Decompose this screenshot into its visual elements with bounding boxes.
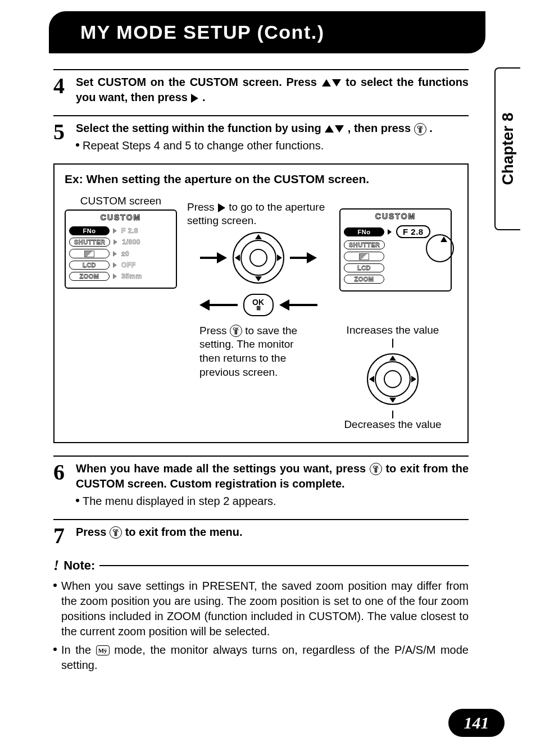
step5-sub: Repeat Steps 4 and 5 to change other fun… bbox=[83, 138, 324, 153]
arrow-left-icon bbox=[199, 299, 238, 311]
my-mode-icon: Mŷ bbox=[96, 645, 110, 655]
screen-row: SHUTTER 1/800 bbox=[69, 238, 172, 247]
chevron-right-icon bbox=[388, 229, 392, 235]
step7-text-a: Press bbox=[76, 526, 110, 538]
note-item-2b: mode, the monitor always turns on, regar… bbox=[61, 644, 469, 671]
screen-title: CUSTOM bbox=[340, 210, 451, 221]
pill-exposure bbox=[344, 252, 384, 261]
chapter-tab: Chapter 8 bbox=[494, 67, 520, 230]
exposure-flag-icon bbox=[359, 253, 369, 260]
ok-button-icon: OK≣ bbox=[414, 123, 426, 135]
step6-sub: The menu displayed in step 2 appears. bbox=[83, 494, 276, 509]
screen-row: ZOOM 35mm bbox=[69, 272, 172, 281]
increases-label: Increases the value bbox=[328, 324, 457, 336]
exposure-flag-icon bbox=[84, 251, 94, 257]
val-fno: F 2.8 bbox=[121, 227, 138, 235]
example-title: Ex: When setting the aperture on the CUS… bbox=[65, 172, 457, 186]
bullet-icon bbox=[76, 143, 79, 147]
dpad-icon bbox=[367, 353, 419, 405]
pill-exposure bbox=[69, 249, 110, 258]
page-header: MY MODE SETUP (Cont.) bbox=[49, 11, 485, 53]
chapter-tab-label: Chapter 8 bbox=[499, 112, 517, 185]
arrow-right-icon bbox=[290, 252, 317, 263]
step-number: 6 bbox=[53, 461, 69, 484]
arrow-left-icon bbox=[279, 299, 317, 311]
pill-shutter: SHUTTER bbox=[344, 240, 385, 249]
bullet-icon bbox=[76, 499, 79, 502]
page-title: MY MODE SETUP (Cont.) bbox=[80, 21, 324, 43]
val-fno-selected: F 2.8 bbox=[396, 225, 430, 238]
arrow-right-icon bbox=[200, 252, 227, 263]
ok-label: OK bbox=[252, 299, 264, 306]
step4-text-c: . bbox=[202, 91, 206, 103]
step-number: 4 bbox=[53, 75, 69, 97]
step5-text-c: . bbox=[429, 122, 433, 134]
bullet-icon bbox=[53, 648, 57, 651]
pill-zoom: ZOOM bbox=[69, 272, 110, 281]
triangle-up-icon bbox=[325, 125, 334, 133]
val-zoom: 35mm bbox=[121, 272, 142, 280]
screen-title: CUSTOM bbox=[66, 211, 176, 222]
triangle-up-icon bbox=[322, 79, 331, 86]
val-shutter: 1/800 bbox=[122, 238, 140, 246]
triangle-up-icon bbox=[440, 236, 447, 242]
step-5: 5 Select the setting within the function… bbox=[53, 115, 469, 153]
pill-zoom: ZOOM bbox=[344, 275, 384, 284]
page-number-badge: 141 bbox=[448, 709, 505, 737]
bullet-icon bbox=[53, 584, 57, 587]
pill-fno: FNo bbox=[69, 226, 110, 235]
note-exclamation-icon: ! bbox=[53, 557, 59, 574]
step4-text-a: Set CUSTOM on the CUSTOM screen. Press bbox=[76, 76, 321, 88]
screen-row: LCD bbox=[344, 263, 447, 272]
screen-row: LCD OFF bbox=[69, 261, 172, 270]
dpad-icon bbox=[233, 232, 284, 284]
example-box: Ex: When setting the aperture on the CUS… bbox=[53, 163, 469, 443]
val-lcd: OFF bbox=[121, 261, 136, 269]
step-6: 6 When you have made all the settings yo… bbox=[53, 456, 469, 509]
step6-text-a: When you have made all the settings you … bbox=[76, 462, 370, 475]
triangle-right-icon bbox=[218, 203, 225, 212]
chevron-right-icon bbox=[113, 274, 117, 279]
val-exposure: ±0 bbox=[121, 250, 129, 258]
save-text-a: Press bbox=[199, 325, 230, 336]
pill-shutter: SHUTTER bbox=[69, 238, 110, 247]
pill-lcd: LCD bbox=[69, 261, 110, 270]
triangle-down-icon bbox=[332, 79, 341, 86]
note-header: ! Note: bbox=[53, 557, 469, 574]
screen-row: FNo F 2.8 bbox=[69, 226, 172, 235]
custom-screen-label: CUSTOM screen bbox=[65, 195, 177, 207]
chevron-right-icon bbox=[113, 228, 117, 234]
chevron-right-icon bbox=[113, 251, 117, 257]
step5-text-a: Select the setting within the function b… bbox=[76, 122, 324, 134]
note-title: Note: bbox=[63, 558, 95, 573]
step7-text-b: to exit from the menu. bbox=[125, 526, 243, 538]
step-4: 4 Set CUSTOM on the CUSTOM screen. Press… bbox=[53, 69, 469, 105]
ok-button-icon: OK≣ bbox=[110, 526, 122, 539]
chevron-right-icon bbox=[113, 239, 117, 245]
custom-screen-left: CUSTOM FNo F 2.8 SHUTTER 1/800 bbox=[65, 210, 177, 289]
step-number: 7 bbox=[53, 525, 69, 547]
page-number: 141 bbox=[464, 713, 489, 732]
step5-text-b: , then press bbox=[348, 122, 414, 134]
step-7: 7 Press OK≣ to exit from the menu. bbox=[53, 519, 469, 547]
decreases-label: Decreases the value bbox=[328, 418, 457, 431]
screen-row: ZOOM bbox=[344, 275, 447, 284]
step-number: 5 bbox=[53, 121, 69, 143]
triangle-down-icon bbox=[335, 125, 344, 133]
ok-button-icon: OK≣ bbox=[370, 463, 382, 475]
menu-icon: ≣ bbox=[256, 306, 261, 311]
pill-fno: FNo bbox=[344, 227, 384, 236]
ok-button-icon: OK≣ bbox=[230, 325, 242, 337]
press-right-a: Press bbox=[187, 201, 217, 213]
note-item-1: When you save settings in PRESENT, the s… bbox=[61, 579, 469, 639]
divider bbox=[99, 565, 469, 566]
ok-button-icon: OK ≣ bbox=[243, 294, 274, 316]
pill-lcd: LCD bbox=[344, 263, 384, 272]
note-body: When you save settings in PRESENT, the s… bbox=[53, 579, 469, 673]
highlight-circle-icon bbox=[426, 234, 454, 262]
triangle-right-icon bbox=[191, 94, 198, 103]
note-item-2a: In the bbox=[61, 644, 96, 656]
custom-screen-right: CUSTOM FNo F 2.8 SHUTTER bbox=[339, 208, 452, 292]
chevron-right-icon bbox=[113, 262, 117, 268]
screen-row: ±0 bbox=[69, 249, 172, 258]
